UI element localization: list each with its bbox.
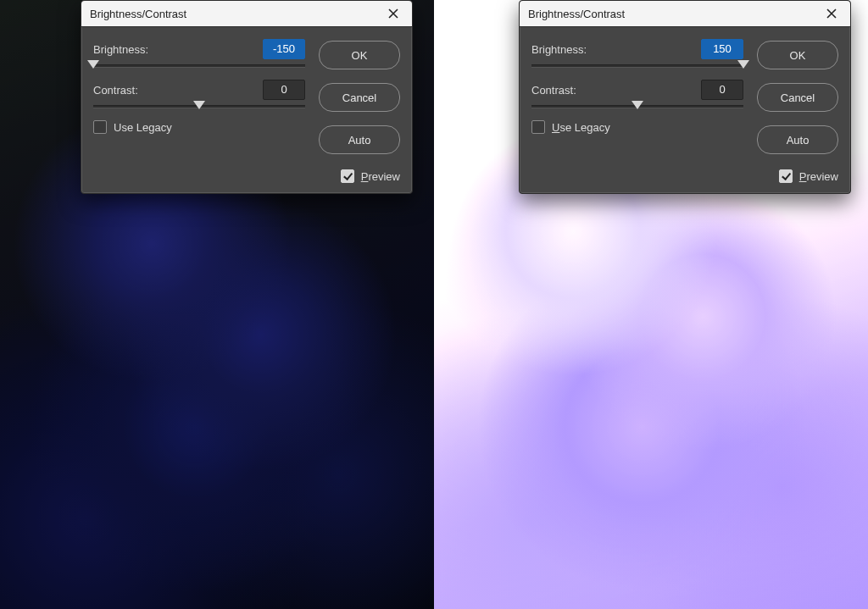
dialog-title: Brightness/Contrast [528, 8, 625, 20]
brightness-slider[interactable] [531, 64, 743, 68]
checkbox-icon [341, 169, 354, 183]
contrast-slider[interactable] [531, 105, 743, 108]
dialog-titlebar[interactable]: Brightness/Contrast [520, 1, 850, 27]
contrast-slider[interactable] [93, 105, 305, 108]
checkbox-icon [531, 120, 545, 134]
use-legacy-label: Use Legacy [552, 121, 610, 134]
checkbox-icon [779, 169, 793, 183]
cancel-button[interactable]: Cancel [319, 83, 400, 112]
pane-darkened: Brightness/Contrast Brightness: -150 Con… [0, 0, 434, 609]
use-legacy-label: Use Legacy [114, 121, 172, 134]
brightness-label: Brightness: [531, 43, 587, 56]
preview-label: Preview [799, 170, 838, 183]
preview-checkbox[interactable]: Preview [779, 169, 838, 183]
ok-button[interactable]: OK [757, 41, 838, 69]
use-legacy-checkbox[interactable]: Use Legacy [93, 120, 305, 134]
preview-label: Preview [361, 170, 400, 183]
brightness-input[interactable]: -150 [263, 39, 305, 59]
contrast-label: Contrast: [531, 84, 576, 97]
dialog-title: Brightness/Contrast [90, 8, 186, 20]
use-legacy-checkbox[interactable]: Use Legacy [531, 120, 743, 134]
ok-button[interactable]: OK [319, 41, 400, 69]
auto-button[interactable]: Auto [757, 125, 838, 154]
close-icon[interactable] [381, 4, 405, 23]
contrast-input[interactable]: 0 [701, 80, 743, 100]
auto-button[interactable]: Auto [319, 125, 400, 154]
contrast-input[interactable]: 0 [263, 80, 305, 100]
preview-checkbox[interactable]: Preview [341, 169, 400, 183]
pane-brightened: Brightness/Contrast Brightness: 150 Cont… [434, 0, 868, 609]
brightness-slider[interactable] [93, 64, 305, 68]
dialog-titlebar[interactable]: Brightness/Contrast [81, 1, 412, 27]
brightness-contrast-dialog: Brightness/Contrast Brightness: 150 Cont… [519, 0, 851, 194]
brightness-contrast-dialog: Brightness/Contrast Brightness: -150 Con… [81, 0, 413, 194]
brightness-label: Brightness: [93, 43, 148, 56]
close-icon[interactable] [820, 4, 843, 23]
brightness-input[interactable]: 150 [701, 39, 743, 59]
checkbox-icon [93, 120, 107, 134]
cancel-button[interactable]: Cancel [757, 83, 838, 112]
contrast-label: Contrast: [93, 84, 138, 97]
